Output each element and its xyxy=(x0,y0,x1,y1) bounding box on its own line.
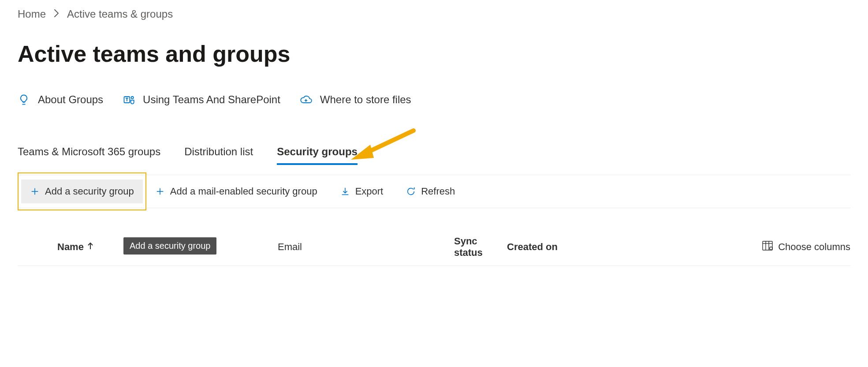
add-mail-enabled-security-group-button[interactable]: Add a mail-enabled security group xyxy=(146,180,326,203)
plus-icon xyxy=(155,187,165,196)
add-security-group-label: Add a security group xyxy=(45,186,134,197)
svg-rect-11 xyxy=(763,241,772,250)
using-teams-sharepoint-link[interactable]: Using Teams And SharePoint xyxy=(123,94,280,106)
column-header-created-on[interactable]: Created on xyxy=(507,241,604,253)
plus-icon xyxy=(30,187,40,196)
where-store-files-link[interactable]: Where to store files xyxy=(300,94,411,106)
tooltip-add-security-group: Add a security group xyxy=(123,237,216,255)
tab-teams-365-groups[interactable]: Teams & Microsoft 365 groups xyxy=(18,146,160,165)
columns-icon xyxy=(762,241,773,253)
refresh-label: Refresh xyxy=(421,186,455,197)
column-name-label: Name xyxy=(57,241,84,253)
column-header-sync-status[interactable]: Sync status xyxy=(454,236,507,258)
add-security-group-button[interactable]: Add a security group xyxy=(21,180,143,203)
lightbulb-icon xyxy=(18,94,30,106)
svg-point-1 xyxy=(131,97,134,99)
teams-icon xyxy=(123,94,135,106)
tab-security-groups[interactable]: Security groups xyxy=(277,146,358,165)
cloud-plus-icon xyxy=(300,94,312,106)
svg-point-15 xyxy=(770,247,772,250)
download-icon xyxy=(340,187,350,196)
refresh-icon xyxy=(406,187,416,196)
about-groups-link[interactable]: About Groups xyxy=(18,94,103,106)
breadcrumb-current: Active teams & groups xyxy=(67,8,173,20)
annotation-highlight: Add a security group xyxy=(18,172,146,210)
info-links-row: About Groups Using Teams And SharePoint … xyxy=(18,94,850,106)
breadcrumb: Home Active teams & groups xyxy=(18,8,850,20)
tabs-row: Teams & Microsoft 365 groups Distributio… xyxy=(18,146,850,165)
choose-columns-label: Choose columns xyxy=(778,241,850,253)
tab-distribution-list[interactable]: Distribution list xyxy=(184,146,253,165)
column-header-email[interactable]: Email xyxy=(278,241,454,253)
sort-ascending-icon xyxy=(87,241,93,253)
export-button[interactable]: Export xyxy=(332,180,392,203)
where-store-files-label: Where to store files xyxy=(320,94,411,106)
page-title: Active teams and groups xyxy=(18,41,850,67)
export-label: Export xyxy=(355,186,384,197)
add-mail-enabled-security-group-label: Add a mail-enabled security group xyxy=(170,186,317,197)
chevron-right-icon xyxy=(54,8,59,20)
using-teams-sharepoint-label: Using Teams And SharePoint xyxy=(143,94,280,106)
breadcrumb-home[interactable]: Home xyxy=(18,8,46,20)
refresh-button[interactable]: Refresh xyxy=(397,180,464,203)
about-groups-label: About Groups xyxy=(38,94,103,106)
choose-columns-button[interactable]: Choose columns xyxy=(762,241,850,253)
command-bar: Add a security group Add a mail-enabled … xyxy=(18,175,850,208)
